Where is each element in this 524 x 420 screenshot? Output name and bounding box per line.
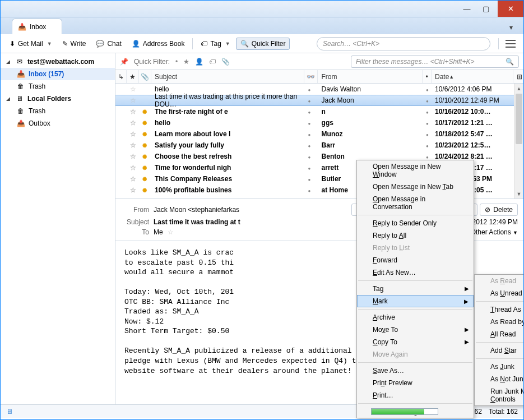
tag-button[interactable]: 🏷Tag▼ (196, 38, 234, 50)
menu-reply-sender[interactable]: Reply to Sender Only (357, 217, 474, 229)
search-input[interactable]: Search… <Ctrl+K> (317, 37, 490, 50)
star-icon[interactable]: ☆ (127, 153, 139, 160)
menu-reply-all[interactable]: Reply to All (357, 229, 474, 242)
menu-open-window[interactable]: Open Message in New Window (357, 160, 474, 181)
pin-icon[interactable]: 📌 (120, 58, 128, 66)
submenu-add-star[interactable]: Add Star (475, 344, 524, 357)
col-subject[interactable]: Subject (151, 70, 304, 83)
folder-label: Inbox (157) (29, 70, 64, 78)
message-row[interactable]: ☆✺The first-rate night of e●n●10/16/2012… (115, 106, 523, 117)
submenu-as-junk[interactable]: As Junk (475, 361, 524, 373)
col-subject-label: Subject (155, 73, 177, 81)
submenu-by-date[interactable]: As Read by Date… (475, 316, 524, 328)
account-row[interactable]: ◢✉test@webattack.com (1, 56, 115, 68)
col-from[interactable]: From (318, 70, 423, 83)
write-button[interactable]: ✎Write (58, 38, 91, 50)
attachment-filter-icon[interactable]: 📎 (221, 58, 230, 66)
col-attachment[interactable]: 📎 (139, 70, 151, 83)
scroll-down[interactable]: ▼ (514, 189, 523, 199)
submenu-as-unread[interactable]: As Unread (475, 287, 524, 299)
tab-dropdown[interactable]: ▾ (504, 21, 518, 34)
message-row[interactable]: ☆✺hello●ggs●10/17/2012 1:21 … (115, 117, 523, 128)
col-status[interactable]: • (423, 70, 432, 83)
menu-tag[interactable]: Tag▶ (357, 283, 474, 295)
col-star[interactable]: ★ (127, 70, 139, 83)
menu-move-to[interactable]: Move To▶ (357, 324, 474, 336)
submenu-all-read[interactable]: All Read (475, 328, 524, 340)
star-icon[interactable]: ☆ (127, 130, 139, 138)
menu-open-tab[interactable]: Open Message in New Tab (357, 181, 474, 193)
menu-edit-new[interactable]: Edit As New… (357, 266, 474, 279)
contact-filter-icon[interactable]: 👤 (195, 58, 203, 66)
tab-inbox[interactable]: 📥 Inbox (12, 19, 62, 34)
app-menu-button[interactable] (506, 40, 516, 48)
submenu-not-junk[interactable]: As Not Junk (475, 373, 524, 385)
menu-save-as[interactable]: Save As… (357, 364, 474, 377)
other-actions-button[interactable]: Other Actions ▼ (471, 228, 518, 236)
scrollbar[interactable]: ▲ ▼ (514, 84, 523, 199)
col-date[interactable]: Date ▲ (432, 70, 513, 83)
menu-print[interactable]: Print… (357, 389, 474, 401)
col-picker[interactable]: ⊞ (513, 70, 523, 83)
star-icon[interactable]: ☆ (127, 175, 139, 183)
address-book-button[interactable]: 👤Address Book (127, 38, 189, 50)
minimize-button[interactable]: — (457, 1, 476, 17)
progress-bar (371, 408, 438, 415)
star-icon[interactable]: ☆ (127, 119, 139, 127)
outbox-icon: 📤 (16, 119, 25, 128)
folder-outbox[interactable]: 📤Outbox (1, 117, 115, 130)
menu-copy-to[interactable]: Copy To▶ (357, 336, 474, 348)
menu-mark[interactable]: Mark▶ (357, 295, 474, 307)
local-folders-row[interactable]: ◢🖥Local Folders (1, 93, 115, 105)
scroll-up[interactable]: ▲ (514, 84, 523, 93)
get-mail-button[interactable]: ⬇Get Mail▼ (5, 38, 57, 50)
message-row[interactable]: ☆✺Learn more about love l●Munoz●10/18/20… (115, 128, 523, 140)
star-icon[interactable]: ☆ (127, 164, 139, 172)
online-icon[interactable]: 🖥 (6, 408, 13, 416)
inbox-icon: 📥 (16, 70, 25, 79)
main-toolbar: ⬇Get Mail▼ ✎Write 💬Chat 👤Address Book 🏷T… (1, 34, 523, 53)
chat-button[interactable]: 💬Chat (91, 38, 126, 50)
folder-trash[interactable]: 🗑Trash (1, 80, 115, 93)
from-label: From (121, 206, 149, 214)
dot-icon: ● (426, 144, 429, 149)
star-icon[interactable]: ☆ (127, 96, 139, 104)
scroll-thumb[interactable] (516, 94, 522, 144)
msg-subject: The first-rate night of e (151, 108, 305, 116)
star-filter-icon[interactable]: ★ (183, 58, 189, 66)
dot-icon: ● (308, 87, 311, 93)
star-icon[interactable]: ☆ (127, 85, 139, 93)
msg-subject: 100% profitable busines (151, 186, 305, 194)
folder-trash-local[interactable]: 🗑Trash (1, 105, 115, 117)
star-icon[interactable]: ☆ (127, 186, 139, 194)
delete-button[interactable]: ⊘Delete (480, 204, 518, 216)
filter-input[interactable]: Filter these messages… <Ctrl+Shift+K> 🔍 (351, 56, 519, 68)
mark-submenu: As Read As Unread Thread As Read As Read… (474, 274, 524, 406)
unread-filter-icon[interactable]: • (175, 58, 178, 66)
star-icon[interactable]: ☆ (127, 108, 139, 116)
menu-forward[interactable]: Forward (357, 254, 474, 266)
message-row[interactable]: ☆✺Satisfy your lady fully●Barr●10/23/201… (115, 140, 523, 151)
menu-open-conversation[interactable]: Open Message in Conversation (357, 193, 474, 213)
folder-inbox[interactable]: 📥Inbox (157) (1, 68, 115, 80)
menu-print-preview[interactable]: Print Preview (357, 377, 474, 389)
submenu-run-junk[interactable]: Run Junk Mail Controls (475, 385, 524, 405)
col-read[interactable]: 👓 (304, 70, 318, 83)
col-thread[interactable]: ↳ (115, 70, 127, 83)
close-button[interactable]: ✕ (498, 1, 523, 17)
status-total: Total: 162 (489, 408, 518, 416)
local-folders-label: Local Folders (27, 95, 71, 103)
subject-label: Subject (121, 218, 149, 226)
msg-subject: hello (151, 85, 305, 93)
quick-filter-button[interactable]: 🔍Quick Filter (236, 38, 290, 50)
star-icon[interactable]: ☆ (127, 141, 139, 149)
message-row[interactable]: ☆Last time it was trading at this price … (115, 95, 523, 106)
submenu-thread-read[interactable]: Thread As Read (475, 303, 524, 316)
tag-filter-icon[interactable]: 🏷 (209, 58, 216, 66)
dot-icon: ● (426, 132, 429, 137)
maximize-button[interactable]: ▢ (476, 1, 495, 17)
qf-label: Quick Filter: (134, 58, 170, 66)
star-icon[interactable]: ☆ (168, 228, 174, 236)
to-value: Me (154, 228, 163, 236)
menu-archive[interactable]: Archive (357, 311, 474, 324)
